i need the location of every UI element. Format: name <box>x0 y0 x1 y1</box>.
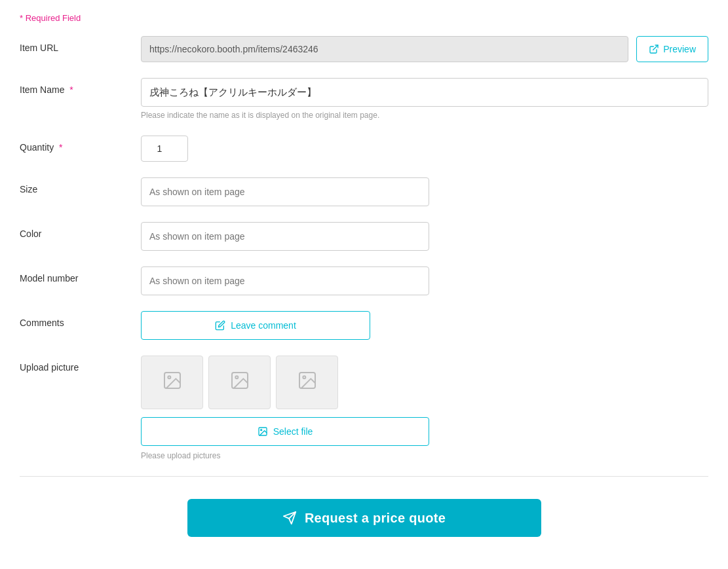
svg-point-6 <box>303 376 305 378</box>
quantity-field <box>141 136 708 162</box>
svg-point-2 <box>168 376 170 378</box>
image-placeholder-icon-1 <box>162 370 183 395</box>
upload-picture-field: Select file Please upload pictures <box>141 356 708 460</box>
item-name-label: Item Name * <box>20 78 141 95</box>
image-placeholder-icon-2 <box>229 370 250 395</box>
send-icon <box>282 511 297 525</box>
item-name-hint: Please indicate the name as it is displa… <box>141 111 708 120</box>
select-file-label: Select file <box>273 426 313 437</box>
preview-button[interactable]: Preview <box>636 36 708 62</box>
image-thumb-1[interactable] <box>141 356 203 409</box>
submit-label: Request a price quote <box>305 511 446 526</box>
color-input[interactable] <box>141 222 429 251</box>
item-url-input[interactable] <box>141 36 628 62</box>
quantity-row: Quantity * <box>20 136 708 162</box>
quantity-label: Quantity * <box>20 136 141 153</box>
comments-row: Comments Leave comment <box>20 311 708 340</box>
upload-icon <box>258 426 268 437</box>
item-name-input[interactable] <box>141 78 708 107</box>
model-number-row: Model number <box>20 266 708 295</box>
upload-picture-row: Upload picture <box>20 356 708 460</box>
size-row: Size <box>20 177 708 206</box>
size-label: Size <box>20 177 141 194</box>
submit-button[interactable]: Request a price quote <box>187 499 541 537</box>
quantity-input[interactable] <box>141 136 188 162</box>
size-input[interactable] <box>141 177 429 206</box>
image-thumbnails <box>141 356 708 409</box>
leave-comment-label: Leave comment <box>231 320 296 331</box>
image-placeholder-icon-3 <box>297 370 318 395</box>
size-field <box>141 177 708 206</box>
item-url-label: Item URL <box>20 36 141 53</box>
svg-point-8 <box>260 430 261 431</box>
comments-field: Leave comment <box>141 311 708 340</box>
upload-hint: Please upload pictures <box>141 451 708 460</box>
model-number-field <box>141 266 708 295</box>
color-row: Color <box>20 222 708 251</box>
model-number-label: Model number <box>20 266 141 284</box>
image-thumb-3[interactable] <box>276 356 338 409</box>
model-number-input[interactable] <box>141 266 429 295</box>
color-label: Color <box>20 222 141 239</box>
select-file-button[interactable]: Select file <box>141 417 429 446</box>
upload-picture-label: Upload picture <box>20 356 141 373</box>
preview-label: Preview <box>663 44 696 54</box>
item-name-row: Item Name * Please indicate the name as … <box>20 78 708 120</box>
svg-line-0 <box>653 45 658 50</box>
item-name-field: Please indicate the name as it is displa… <box>141 78 708 120</box>
required-notice: * Required Field <box>20 13 708 23</box>
quantity-required-star: * <box>56 142 62 153</box>
divider <box>20 476 708 477</box>
item-url-row: Item URL Preview <box>20 36 708 62</box>
item-url-field: Preview <box>141 36 708 62</box>
comments-label: Comments <box>20 311 141 328</box>
image-thumb-2[interactable] <box>208 356 271 409</box>
submit-row: Request a price quote <box>20 492 708 557</box>
item-name-required-star: * <box>67 84 73 95</box>
leave-comment-button[interactable]: Leave comment <box>141 311 370 340</box>
external-link-icon <box>649 44 659 54</box>
color-field <box>141 222 708 251</box>
svg-point-4 <box>235 376 238 378</box>
edit-icon <box>215 320 225 331</box>
